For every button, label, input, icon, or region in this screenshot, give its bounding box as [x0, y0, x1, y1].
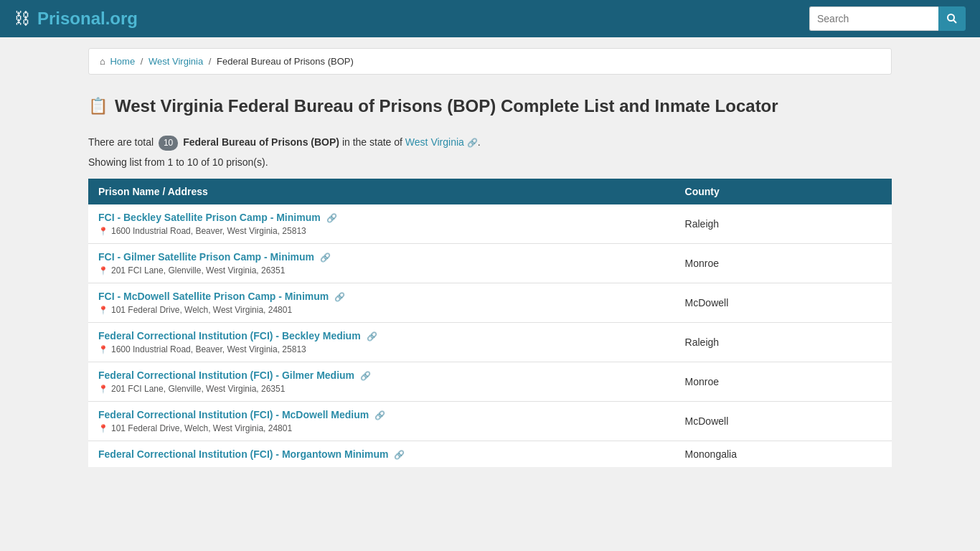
breadcrumb-sep1: /: [141, 56, 143, 67]
table-row: Federal Correctional Institution (FCI) -…: [88, 441, 892, 468]
county-cell: McDowell: [675, 283, 892, 323]
pin-icon: 📍: [98, 424, 108, 433]
link-icon: 🔗: [367, 331, 377, 342]
prison-address: 📍 201 FCI Lane, Glenville, West Virginia…: [98, 384, 665, 394]
pin-icon: 📍: [98, 385, 108, 394]
logo-area: ⛓ Prisonal.org: [14, 9, 138, 29]
page-title: 📋 West Virginia Federal Bureau of Prison…: [88, 96, 892, 116]
link-icon: 🔗: [320, 253, 331, 263]
prison-address: 📍 101 Federal Drive, Welch, West Virgini…: [98, 305, 665, 315]
svg-point-0: [948, 14, 954, 21]
breadcrumb-home[interactable]: Home: [110, 56, 135, 67]
link-icon: 🔗: [334, 292, 345, 302]
address-text: 1600 Industrial Road, Beaver, West Virgi…: [111, 344, 306, 354]
address-text: 1600 Industrial Road, Beaver, West Virgi…: [111, 226, 306, 236]
address-text: 201 FCI Lane, Glenville, West Virginia, …: [111, 384, 285, 394]
table-header-row: Prison Name / Address County: [88, 179, 892, 204]
table-row: Federal Correctional Institution (FCI) -…: [88, 323, 892, 362]
table-row: FCI - Gilmer Satellite Prison Camp - Min…: [88, 244, 892, 283]
breadcrumb-state[interactable]: West Virginia: [149, 56, 203, 67]
showing-text: Showing list from 1 to 10 of 10 prison(s…: [88, 156, 892, 168]
address-text: 101 Federal Drive, Welch, West Virginia,…: [111, 423, 292, 433]
table-row: Federal Correctional Institution (FCI) -…: [88, 362, 892, 402]
document-icon: 📋: [88, 97, 108, 116]
prison-address: 📍 1600 Industrial Road, Beaver, West Vir…: [98, 344, 665, 354]
county-cell: Raleigh: [675, 204, 892, 244]
prison-name-link[interactable]: Federal Correctional Institution (FCI) -…: [98, 369, 371, 381]
pin-icon: 📍: [98, 227, 108, 236]
prison-address: 📍 1600 Industrial Road, Beaver, West Vir…: [98, 226, 665, 236]
county-cell: Monongalia: [675, 441, 892, 468]
prison-name-link[interactable]: Federal Correctional Institution (FCI) -…: [98, 330, 377, 342]
pin-icon: 📍: [98, 345, 108, 354]
state-link[interactable]: West Virginia: [405, 136, 464, 148]
svg-line-1: [953, 20, 956, 23]
address-text: 101 Federal Drive, Welch, West Virginia,…: [111, 305, 292, 315]
prison-table: Prison Name / Address County FCI - Beckl…: [88, 179, 892, 467]
logo-text: Prisonal.org: [37, 9, 138, 29]
summary-text: There are total 10 Federal Bureau of Pri…: [88, 134, 892, 151]
link-icon: 🔗: [326, 213, 337, 223]
link-sym: 🔗: [467, 138, 478, 148]
county-cell: Monroe: [675, 244, 892, 283]
breadcrumb-current: Federal Bureau of Prisons (BOP): [217, 56, 354, 67]
breadcrumb: ⌂ Home / West Virginia / Federal Bureau …: [88, 48, 892, 75]
search-icon: [946, 13, 958, 24]
search-area: [809, 6, 966, 31]
pin-icon: 📍: [98, 306, 108, 315]
pin-icon: 📍: [98, 266, 108, 276]
link-icon: 🔗: [394, 450, 405, 460]
prison-name-link[interactable]: FCI - Beckley Satellite Prison Camp - Mi…: [98, 212, 337, 223]
address-text: 201 FCI Lane, Glenville, West Virginia, …: [111, 265, 285, 276]
bop-label: Federal Bureau of Prisons (BOP): [183, 136, 339, 148]
county-cell: McDowell: [675, 402, 892, 441]
page-title-area: 📋 West Virginia Federal Bureau of Prison…: [88, 89, 892, 123]
county-cell: Monroe: [675, 362, 892, 402]
prison-name-link[interactable]: FCI - Gilmer Satellite Prison Camp - Min…: [98, 251, 331, 263]
site-header: ⛓ Prisonal.org: [0, 0, 980, 37]
table-row: FCI - McDowell Satellite Prison Camp - M…: [88, 283, 892, 323]
prison-name-link[interactable]: Federal Correctional Institution (FCI) -…: [98, 409, 385, 420]
prison-name-link[interactable]: FCI - McDowell Satellite Prison Camp - M…: [98, 291, 345, 302]
logo-tld: .org: [105, 9, 138, 28]
link-icon: 🔗: [360, 371, 371, 381]
main-content: ⌂ Home / West Virginia / Federal Bureau …: [74, 37, 906, 478]
col-county: County: [675, 179, 892, 204]
col-prison: Prison Name / Address: [88, 179, 675, 204]
county-cell: Raleigh: [675, 323, 892, 362]
prison-address: 📍 201 FCI Lane, Glenville, West Virginia…: [98, 265, 665, 276]
logo-main: Prisonal: [37, 9, 105, 28]
table-row: FCI - Beckley Satellite Prison Camp - Mi…: [88, 204, 892, 244]
table-row: Federal Correctional Institution (FCI) -…: [88, 402, 892, 441]
search-input[interactable]: [809, 6, 938, 31]
total-badge: 10: [159, 136, 178, 151]
breadcrumb-sep2: /: [209, 56, 212, 67]
prison-address: 📍 101 Federal Drive, Welch, West Virgini…: [98, 423, 665, 433]
link-icon: 🔗: [374, 410, 385, 420]
home-icon: ⌂: [100, 56, 105, 67]
prison-name-link[interactable]: Federal Correctional Institution (FCI) -…: [98, 448, 405, 460]
search-button[interactable]: [938, 6, 966, 31]
logo-icon: ⛓: [14, 9, 30, 28]
